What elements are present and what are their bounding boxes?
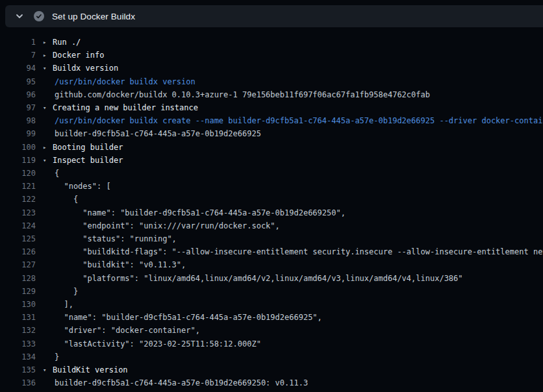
line-number[interactable]: 100	[0, 141, 36, 154]
log-line[interactable]: 7 ▸Docker info	[0, 49, 543, 62]
log-line: 122 {	[0, 193, 543, 206]
line-text: {	[55, 195, 78, 204]
line-text: "endpoint": "unix:///var/run/docker.sock…	[55, 221, 280, 230]
log-line: 128 "platforms": "linux/amd64,linux/amd6…	[0, 272, 543, 285]
line-number[interactable]: 95	[0, 75, 36, 88]
line-text: "status": "running",	[55, 234, 177, 243]
line-number[interactable]: 136	[0, 376, 36, 389]
line-number[interactable]: 126	[0, 245, 36, 258]
line-number[interactable]: 133	[0, 337, 36, 350]
group-marker-icon[interactable]: ▾	[43, 101, 53, 114]
log-line: 125 "status": "running",	[0, 232, 543, 245]
log-line[interactable]: 119 ▾Inspect builder	[0, 154, 543, 167]
line-number[interactable]: 129	[0, 285, 36, 298]
log-line: 98 /usr/bin/docker buildx create --name …	[0, 114, 543, 127]
line-number[interactable]: 128	[0, 272, 36, 285]
log-line: 127 "buildkit": "v0.11.3",	[0, 258, 543, 271]
line-number[interactable]: 96	[0, 88, 36, 101]
line-text: BuildKit version	[53, 365, 128, 374]
log-line: 133 "lastActivity": "2023-02-25T11:58:12…	[0, 337, 543, 350]
line-number[interactable]: 131	[0, 311, 36, 324]
line-text: Creating a new builder instance	[53, 103, 198, 112]
line-number[interactable]: 134	[0, 350, 36, 363]
log-line: 129 }	[0, 285, 543, 298]
chevron-down-icon[interactable]	[14, 11, 25, 21]
line-text: "buildkitd-flags": "--allow-insecure-ent…	[55, 247, 543, 256]
log-line[interactable]: 135 ▾BuildKit version	[0, 363, 543, 376]
line-number[interactable]: 130	[0, 298, 36, 311]
line-number[interactable]: 124	[0, 219, 36, 232]
line-text: }	[55, 352, 59, 361]
line-text: }	[55, 287, 78, 296]
log-line: 130 ],	[0, 298, 543, 311]
log-line: 123 "name": "builder-d9cfb5a1-c764-445a-…	[0, 206, 543, 219]
log-line: 134 }	[0, 350, 543, 363]
line-text: github.com/docker/buildx 0.10.3+azure-1 …	[55, 90, 430, 99]
line-number[interactable]: 97	[0, 101, 36, 114]
line-number[interactable]: 122	[0, 193, 36, 206]
log-line[interactable]: 1 ▸Run ./	[0, 36, 543, 49]
line-text: Inspect builder	[53, 156, 123, 165]
line-text: ],	[55, 300, 73, 309]
log-line[interactable]: 97 ▾Creating a new builder instance	[0, 101, 543, 114]
log-line: 126 "buildkitd-flags": "--allow-insecure…	[0, 245, 543, 258]
line-number[interactable]: 7	[0, 49, 36, 62]
log-line[interactable]: 94 ▾Buildx version	[0, 62, 543, 75]
line-number[interactable]: 127	[0, 258, 36, 271]
line-number[interactable]: 120	[0, 167, 36, 180]
line-number[interactable]: 132	[0, 324, 36, 337]
log-lines: 1 ▸Run ./ 7 ▸Docker info 94 ▾Buildx vers…	[0, 27, 543, 389]
line-text: Docker info	[53, 51, 104, 60]
group-marker-icon[interactable]: ▾	[43, 154, 53, 167]
log-line: 95 /usr/bin/docker buildx version	[0, 75, 543, 88]
log-line: 99 builder-d9cfb5a1-c764-445a-a57e-0b19d…	[0, 127, 543, 140]
log-line: 131 "name": "builder-d9cfb5a1-c764-445a-…	[0, 311, 543, 324]
group-marker-icon[interactable]: ▸	[43, 141, 53, 154]
log-line[interactable]: 100 ▸Booting builder	[0, 141, 543, 154]
line-text: "driver": "docker-container",	[55, 326, 200, 335]
group-marker-icon[interactable]: ▸	[43, 36, 53, 49]
line-number[interactable]: 119	[0, 154, 36, 167]
group-marker-icon[interactable]: ▾	[43, 62, 53, 75]
line-text: Buildx version	[53, 64, 118, 73]
log-line: 132 "driver": "docker-container",	[0, 324, 543, 337]
line-text: Run ./	[53, 38, 81, 47]
step-header[interactable]: Set up Docker Buildx	[5, 5, 543, 27]
line-text: "name": "builder-d9cfb5a1-c764-445a-a57e…	[55, 208, 346, 217]
line-text: builder-d9cfb5a1-c764-445a-a57e-0b19d2e6…	[55, 378, 308, 387]
log-line: 124 "endpoint": "unix:///var/run/docker.…	[0, 219, 543, 232]
line-number[interactable]: 125	[0, 232, 36, 245]
line-text: Booting builder	[53, 143, 123, 152]
log-line: 121 "nodes": [	[0, 180, 543, 193]
line-text: "buildkit": "v0.11.3",	[55, 260, 186, 269]
log-line: 136 builder-d9cfb5a1-c764-445a-a57e-0b19…	[0, 376, 543, 389]
log-line: 96 github.com/docker/buildx 0.10.3+azure…	[0, 88, 543, 101]
line-text: "platforms": "linux/amd64,linux/amd64/v2…	[55, 274, 463, 283]
line-number[interactable]: 1	[0, 36, 36, 49]
line-text: /usr/bin/docker buildx version	[55, 77, 196, 86]
line-text: builder-d9cfb5a1-c764-445a-a57e-0b19d2e6…	[55, 129, 261, 138]
line-number[interactable]: 99	[0, 127, 36, 140]
status-check-icon	[34, 11, 44, 21]
line-text: {	[55, 169, 59, 178]
line-text: "name": "builder-d9cfb5a1-c764-445a-a57e…	[55, 313, 322, 322]
line-text: "lastActivity": "2023-02-25T11:58:12.000…	[55, 339, 261, 349]
group-marker-icon[interactable]: ▾	[43, 363, 53, 376]
line-number[interactable]: 121	[0, 180, 36, 193]
line-text: /usr/bin/docker buildx create --name bui…	[55, 116, 543, 125]
group-marker-icon[interactable]: ▸	[43, 49, 53, 62]
step-title: Set up Docker Buildx	[52, 12, 135, 21]
line-number[interactable]: 135	[0, 363, 36, 376]
line-number[interactable]: 98	[0, 114, 36, 127]
log-line: 120 {	[0, 167, 543, 180]
line-number[interactable]: 123	[0, 206, 36, 219]
line-text: "nodes": [	[55, 182, 111, 191]
line-number[interactable]: 94	[0, 62, 36, 75]
